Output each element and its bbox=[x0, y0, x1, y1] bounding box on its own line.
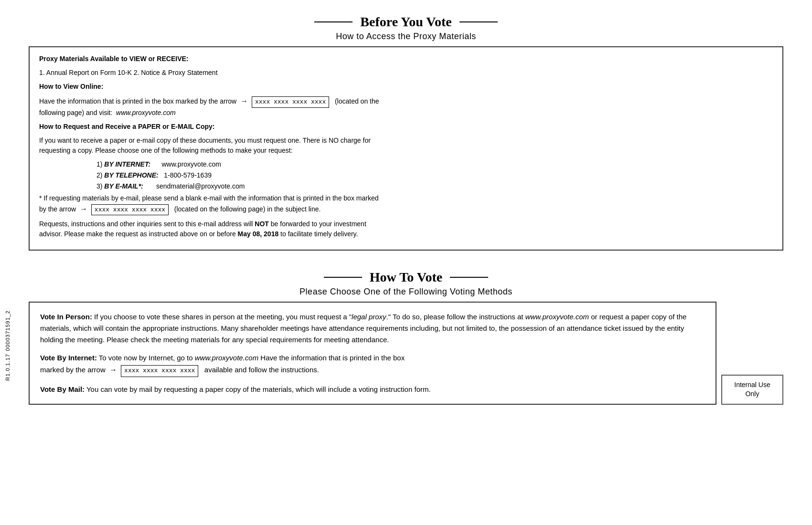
internal-use-box: Internal Use Only bbox=[721, 375, 783, 405]
method-3: 3) BY E-MAIL*: sendmaterial@proxyvote.co… bbox=[96, 181, 773, 191]
code-box-1: xxxx xxxx xxxx xxxx bbox=[252, 96, 329, 108]
section2-header: How To Vote Please Choose One of the Fol… bbox=[29, 270, 783, 297]
vote-by-internet-paragraph: Vote By Internet: To vote now by Interne… bbox=[40, 352, 705, 377]
method-1: 1) BY INTERNET: www.proxyvote.com bbox=[96, 159, 773, 169]
side-label-1: 0000371591_2 bbox=[5, 310, 11, 351]
asterisk-paragraph: * If requesting materials by e-mail, ple… bbox=[39, 193, 773, 216]
section2-title: How To Vote bbox=[29, 270, 783, 285]
title-line-right bbox=[459, 21, 498, 22]
proxy-url-1: www.proxyvote.com bbox=[116, 109, 175, 116]
paper-label: How to Request and Receive a PAPER or E-… bbox=[39, 123, 214, 130]
section1-title: Before You Vote bbox=[29, 14, 783, 30]
code-box-2: xxxx xxxx xxxx xxxx bbox=[91, 204, 169, 216]
method-2: 2) BY TELEPHONE: 1-800-579-1639 bbox=[96, 170, 773, 180]
proxy-materials-box: Proxy Materials Available to VIEW or REC… bbox=[29, 46, 783, 251]
arrow-icon-1: → bbox=[240, 95, 248, 107]
title-line-left bbox=[314, 21, 353, 22]
section1-subtitle: How to Access the Proxy Materials bbox=[29, 32, 783, 42]
view-online-label: How to View Online: bbox=[39, 83, 103, 90]
requests-paragraph: Requests, instructions and other inquiri… bbox=[39, 219, 773, 239]
methods-list: 1) BY INTERNET: www.proxyvote.com 2) BY … bbox=[96, 159, 773, 191]
side-label-2: R1.0.1.17 bbox=[5, 354, 11, 381]
arrow-icon-2: → bbox=[80, 203, 87, 215]
section1-header: Before You Vote How to Access the Proxy … bbox=[29, 14, 783, 42]
paper-text: If you want to receive a paper or e-mail… bbox=[39, 136, 773, 156]
proxy-items: 1. Annual Report on Form 10-K 2. Notice … bbox=[39, 68, 773, 78]
view-online-paragraph: Have the information that is printed in … bbox=[39, 95, 773, 118]
proxy-materials-label: Proxy Materials Available to VIEW or REC… bbox=[39, 55, 189, 63]
vote-by-mail-paragraph: Vote By Mail: You can vote by mail by re… bbox=[40, 384, 705, 395]
code-box-3: xxxx xxxx xxxx xxxx bbox=[121, 365, 198, 377]
title2-line-right bbox=[450, 277, 488, 278]
section2-area: How To Vote Please Choose One of the Fol… bbox=[29, 270, 783, 405]
arrow-icon-3: → bbox=[109, 364, 117, 376]
voting-methods-box: Vote In Person: If you choose to vote th… bbox=[29, 302, 716, 405]
vote-in-person-paragraph: Vote In Person: If you choose to vote th… bbox=[40, 311, 705, 346]
title2-line-left bbox=[324, 277, 362, 278]
section2-subtitle: Please Choose One of the Following Votin… bbox=[29, 287, 783, 297]
